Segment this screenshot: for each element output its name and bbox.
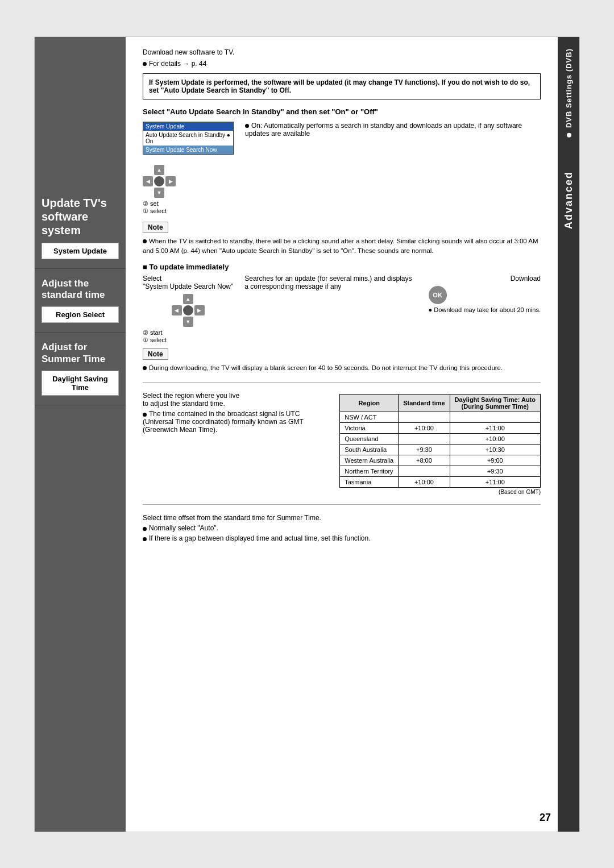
dpad-up[interactable]: ▲ (154, 165, 164, 175)
daylight-bullet1: Normally select "Auto". (143, 524, 371, 532)
region-table: Region Standard time Daylight Saving Tim… (339, 394, 541, 488)
to-update-title: To update immediately (143, 263, 541, 271)
table-cell-region: Tasmania (340, 477, 399, 488)
table-cell-standard (399, 412, 450, 423)
for-details: For details → p. 44 (143, 60, 541, 68)
table-row: NSW / ACT (340, 412, 541, 423)
download-label: Download (429, 275, 541, 283)
table-cell-region: Western Australia (340, 455, 399, 466)
page: Update TV's software system System Updat… (34, 36, 580, 832)
table-cell-standard (399, 466, 450, 477)
screen-mockup: System Update Auto Update Search in Stan… (143, 122, 234, 215)
dpad2: ▲ ◀ ▶ ▼ (143, 294, 233, 327)
right-label: DVB Settings (DVB) Advanced (558, 37, 579, 832)
start-label: ② start (143, 329, 233, 337)
main-content: Download new software to TV. For details… (126, 37, 558, 832)
step1-label: ① select (143, 207, 176, 215)
table-cell-region: Victoria (340, 423, 399, 434)
table-cell-region: South Australia (340, 445, 399, 455)
sidebar-box-daylight: Daylight Saving Time (42, 371, 119, 396)
note2-label: Note (143, 348, 168, 360)
screen-item2: System Update Search Now (143, 146, 233, 154)
dpad-steps: ② set ① select (143, 200, 176, 215)
table-cell-standard: +10:00 (399, 423, 450, 434)
table-footer: (Based on GMT) (339, 489, 541, 495)
dpad: ▲ ◀ ▶ ▼ ② set (143, 159, 176, 215)
table-cell-region: Northern Territory (340, 466, 399, 477)
dpad-right[interactable]: ▶ (165, 176, 176, 186)
table-cell-daylight: +10:00 (450, 434, 540, 445)
sidebar-title-daylight: Adjust for Summer Time (42, 342, 119, 365)
table-cell-daylight: +9:00 (450, 455, 540, 466)
note2-container: Note During downloading, the TV will dis… (143, 348, 541, 373)
table-cell-standard: +10:00 (399, 477, 450, 488)
table-cell-daylight: +10:30 (450, 445, 540, 455)
table-header-daylight: Daylight Saving Time: Auto(During Summer… (450, 394, 540, 412)
step2-label: ② set (143, 200, 176, 207)
download-may-take: ● Download may take for about 20 mins. (429, 306, 541, 313)
table-cell-daylight: +11:00 (450, 423, 540, 434)
table-row: Queensland +10:00 (340, 434, 541, 445)
daylight-bullet2: If there is a gap between displayed time… (143, 534, 371, 542)
sidebar-section-update: Update TV's software system System Updat… (35, 37, 126, 269)
table-cell-daylight (450, 412, 540, 423)
daylight-intro1: Select time offset from the standard tim… (143, 514, 371, 522)
region-bullet1: The time contained in the broadcast sign… (143, 410, 328, 434)
daylight-section: Select time offset from the standard tim… (143, 514, 541, 542)
top-section: Download new software to TV. For details… (143, 48, 541, 68)
table-header-standard: Standard time (399, 394, 450, 412)
sidebar-title-region: Adjust the standard time (42, 278, 119, 301)
region-section: Select the region where you live to adju… (143, 392, 541, 495)
table-cell-standard: +8:00 (399, 455, 450, 466)
dpad2-left[interactable]: ◀ (172, 305, 182, 315)
table-cell-standard (399, 434, 450, 445)
dpad2-up[interactable]: ▲ (183, 294, 193, 304)
dpad-area: ▲ ◀ ▶ ▼ ② set (143, 159, 234, 215)
search-now: "System Update Search Now" (143, 283, 233, 290)
select-label2: ① select (143, 337, 233, 344)
table-row: Western Australia +8:00 +9:00 (340, 455, 541, 466)
dpad2-down[interactable]: ▼ (183, 317, 193, 327)
dpad-center[interactable] (154, 176, 164, 186)
select-label: Select (143, 275, 233, 283)
screen-title: System Update (143, 122, 233, 131)
auto-update-heading: Select "Auto Update Search in Standby" a… (143, 107, 541, 116)
sidebar-section-region: Adjust the standard time Region Select (35, 269, 126, 333)
region-intro: Select the region where you live to adju… (143, 392, 328, 434)
table-cell-daylight: +11:00 (450, 477, 540, 488)
download-note: Download new software to TV. (143, 48, 541, 56)
page-number: 27 (540, 812, 551, 824)
table-row: Tasmania +10:00 +11:00 (340, 477, 541, 488)
dpad2-steps: ② start ① select (143, 329, 233, 344)
note1-content: When the TV is switched to standby, ther… (143, 236, 541, 256)
update-steps-container: Select "System Update Search Now" ▲ ◀ ▶ … (143, 275, 233, 344)
divider2 (143, 504, 541, 505)
dpad-left[interactable]: ◀ (143, 176, 153, 186)
table-row: Victoria +10:00 +11:00 (340, 423, 541, 434)
dpad2-right[interactable]: ▶ (194, 305, 205, 315)
ok-button[interactable]: OK (429, 286, 447, 304)
on-off-info: On: Automatically performs a search in s… (245, 122, 541, 138)
table-cell-standard: +9:30 (399, 445, 450, 455)
update-row: Select "System Update Search Now" ▲ ◀ ▶ … (143, 275, 541, 344)
right-label-dvb: DVB Settings (DVB) (565, 37, 573, 149)
table-row: Northern Territory +9:30 (340, 466, 541, 477)
update-search-info: Searches for an update (for several mins… (244, 275, 417, 290)
right-label-advanced: Advanced (563, 160, 575, 240)
table-header-region: Region (340, 394, 399, 412)
table-row: South Australia +9:30 +10:30 (340, 445, 541, 455)
dpad2-center[interactable] (183, 305, 193, 315)
note1-container: Note When the TV is switched to standby,… (143, 222, 541, 256)
sidebar: Update TV's software system System Updat… (35, 37, 126, 832)
download-info: Download OK ● Download may take for abou… (429, 275, 541, 313)
daylight-intro: Select time offset from the standard tim… (143, 514, 371, 542)
region-table-container: Region Standard time Daylight Saving Tim… (339, 392, 541, 495)
screen-display: System Update Auto Update Search in Stan… (143, 122, 234, 155)
sidebar-section-daylight: Adjust for Summer Time Daylight Saving T… (35, 333, 126, 405)
dpad-down[interactable]: ▼ (154, 188, 164, 198)
region-intro1: Select the region where you live (143, 392, 328, 400)
controls-row: System Update Auto Update Search in Stan… (143, 122, 541, 215)
divider1 (143, 382, 541, 383)
table-cell-region: NSW / ACT (340, 412, 399, 423)
table-cell-region: Queensland (340, 434, 399, 445)
